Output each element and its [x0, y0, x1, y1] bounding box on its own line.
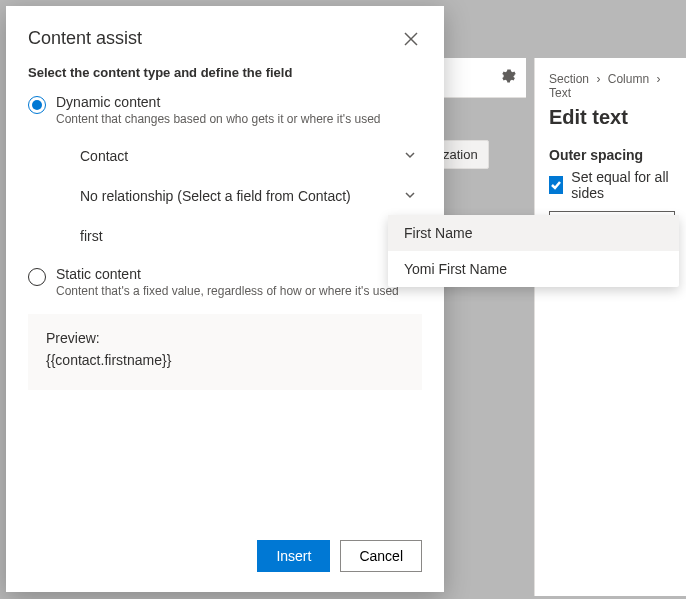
modal-title: Content assist	[28, 28, 142, 49]
chevron-right-icon: ›	[656, 72, 660, 86]
properties-panel: Section › Column › Text Edit text Outer …	[534, 58, 686, 596]
breadcrumb-section[interactable]: Section	[549, 72, 589, 86]
field-search-value: first	[80, 228, 103, 244]
dynamic-content-option[interactable]: Dynamic content Content that changes bas…	[6, 88, 444, 132]
outer-spacing-label: Outer spacing	[549, 147, 678, 163]
modal-subtitle: Select the content type and define the f…	[6, 59, 444, 88]
chevron-down-icon	[404, 188, 416, 204]
toolbar	[444, 58, 526, 98]
content-assist-modal: Content assist Select the content type a…	[6, 6, 444, 592]
checkbox-icon[interactable]	[549, 176, 563, 194]
equal-sides-label: Set equal for all sides	[571, 169, 678, 201]
preview-value: {{contact.firstname}}	[46, 352, 404, 368]
entity-value: Contact	[80, 148, 128, 164]
field-search-input[interactable]: first	[76, 218, 422, 254]
panel-title: Edit text	[549, 106, 678, 129]
breadcrumb-column[interactable]: Column	[608, 72, 649, 86]
relationship-dropdown[interactable]: No relationship (Select a field from Con…	[76, 178, 422, 214]
dynamic-option-desc: Content that changes based on who gets i…	[56, 112, 381, 126]
static-option-desc: Content that's a fixed value, regardless…	[56, 284, 399, 298]
dynamic-option-title: Dynamic content	[56, 94, 381, 110]
preview-label: Preview:	[46, 330, 404, 346]
breadcrumb: Section › Column › Text	[549, 72, 678, 100]
field-autocomplete-popup: First Name Yomi First Name	[388, 215, 679, 287]
chevron-right-icon: ›	[596, 72, 600, 86]
breadcrumb-text[interactable]: Text	[549, 86, 571, 100]
radio-icon[interactable]	[28, 96, 46, 114]
settings-icon[interactable]	[500, 68, 516, 87]
entity-dropdown[interactable]: Contact	[76, 138, 422, 174]
chevron-down-icon	[404, 148, 416, 164]
autocomplete-item[interactable]: First Name	[388, 215, 679, 251]
static-content-option[interactable]: Static content Content that's a fixed va…	[6, 260, 444, 304]
preview-box: Preview: {{contact.firstname}}	[28, 314, 422, 390]
static-option-title: Static content	[56, 266, 399, 282]
cancel-button[interactable]: Cancel	[340, 540, 422, 572]
relationship-value: No relationship (Select a field from Con…	[80, 188, 351, 204]
radio-icon[interactable]	[28, 268, 46, 286]
close-button[interactable]	[400, 28, 422, 53]
equal-sides-checkbox-row[interactable]: Set equal for all sides	[549, 169, 678, 201]
insert-button[interactable]: Insert	[257, 540, 330, 572]
autocomplete-item[interactable]: Yomi First Name	[388, 251, 679, 287]
